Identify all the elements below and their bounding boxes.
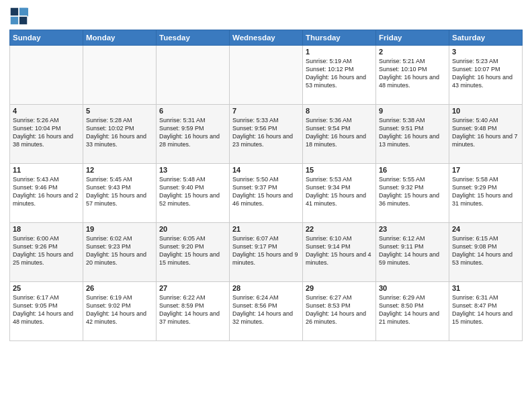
- day-info: Daylight: 16 hours and 48 minutes.: [379, 73, 446, 89]
- calendar-week-5: 25Sunrise: 6:17 AMSunset: 9:05 PMDayligh…: [10, 282, 523, 341]
- day-info: Sunrise: 5:38 AM: [379, 116, 446, 124]
- weekday-header-thursday: Thursday: [303, 30, 376, 46]
- day-number: 16: [379, 166, 446, 174]
- day-number: 13: [159, 166, 226, 174]
- day-info: Sunrise: 6:12 AM: [379, 234, 446, 242]
- day-number: 30: [379, 284, 446, 292]
- calendar-cell: [230, 46, 303, 105]
- day-info: Daylight: 16 hours and 33 minutes.: [86, 132, 153, 148]
- day-info: Sunset: 9:43 PM: [86, 183, 153, 191]
- day-number: 6: [159, 107, 226, 115]
- logo: [9, 7, 30, 26]
- svg-rect-0: [11, 8, 18, 15]
- day-info: Daylight: 15 hours and 4 minutes.: [306, 250, 373, 267]
- day-info: Sunset: 10:04 PM: [13, 124, 80, 132]
- weekday-header-friday: Friday: [376, 30, 449, 46]
- day-info: Sunset: 9:08 PM: [452, 242, 519, 250]
- day-info: Sunrise: 6:15 AM: [452, 234, 519, 242]
- day-info: Daylight: 14 hours and 21 minutes.: [379, 310, 446, 326]
- day-number: 7: [232, 107, 300, 115]
- day-info: Daylight: 16 hours and 53 minutes.: [306, 73, 373, 89]
- calendar-cell: 29Sunrise: 6:27 AMSunset: 8:53 PMDayligh…: [303, 282, 376, 341]
- day-info: Daylight: 14 hours and 53 minutes.: [452, 250, 519, 267]
- day-info: Sunrise: 5:48 AM: [159, 175, 226, 183]
- svg-rect-3: [19, 17, 27, 24]
- day-info: Sunset: 8:53 PM: [306, 302, 373, 310]
- day-number: 9: [379, 107, 446, 115]
- day-info: Sunset: 9:14 PM: [306, 242, 373, 250]
- calendar-week-1: 1Sunrise: 5:19 AMSunset: 10:12 PMDayligh…: [10, 46, 523, 105]
- day-info: Sunrise: 6:31 AM: [452, 293, 519, 302]
- calendar-cell: 31Sunrise: 6:31 AMSunset: 8:47 PMDayligh…: [449, 282, 523, 341]
- day-number: 21: [232, 225, 300, 233]
- day-info: Sunrise: 5:28 AM: [86, 116, 153, 124]
- day-number: 1: [306, 48, 373, 56]
- day-number: 23: [379, 225, 446, 233]
- day-info: Sunset: 9:46 PM: [13, 183, 80, 191]
- day-info: Sunset: 9:34 PM: [306, 183, 373, 191]
- calendar-cell: 17Sunrise: 5:58 AMSunset: 9:29 PMDayligh…: [449, 164, 523, 223]
- weekday-header-wednesday: Wednesday: [230, 30, 303, 46]
- day-info: Sunrise: 5:23 AM: [452, 57, 519, 65]
- calendar-cell: 7Sunrise: 5:33 AMSunset: 9:56 PMDaylight…: [230, 105, 303, 164]
- day-info: Daylight: 16 hours and 13 minutes.: [379, 132, 446, 148]
- calendar-cell: 11Sunrise: 5:43 AMSunset: 9:46 PMDayligh…: [10, 164, 83, 223]
- calendar-cell: 10Sunrise: 5:40 AMSunset: 9:48 PMDayligh…: [449, 105, 523, 164]
- day-info: Sunrise: 5:45 AM: [86, 175, 153, 183]
- day-number: 3: [452, 48, 519, 56]
- day-info: Sunrise: 5:50 AM: [232, 175, 300, 183]
- day-info: Sunrise: 5:19 AM: [306, 57, 373, 65]
- day-number: 8: [306, 107, 373, 115]
- day-info: Daylight: 16 hours and 2 minutes.: [13, 191, 80, 208]
- day-info: Sunset: 9:29 PM: [452, 183, 519, 191]
- day-info: Sunset: 8:59 PM: [159, 302, 226, 310]
- day-info: Sunrise: 6:07 AM: [232, 234, 300, 242]
- day-info: Daylight: 16 hours and 28 minutes.: [159, 132, 226, 148]
- calendar-cell: 6Sunrise: 5:31 AMSunset: 9:59 PMDaylight…: [157, 105, 230, 164]
- calendar-cell: 15Sunrise: 5:53 AMSunset: 9:34 PMDayligh…: [303, 164, 376, 223]
- calendar-cell: 27Sunrise: 6:22 AMSunset: 8:59 PMDayligh…: [157, 282, 230, 341]
- day-number: 15: [306, 166, 373, 174]
- day-number: 12: [86, 166, 153, 174]
- day-info: Sunset: 8:50 PM: [379, 302, 446, 310]
- day-info: Sunset: 9:02 PM: [86, 302, 153, 310]
- day-info: Daylight: 15 hours and 9 minutes.: [232, 250, 300, 267]
- day-number: 24: [452, 225, 519, 233]
- day-number: 22: [306, 225, 373, 233]
- day-number: 29: [306, 284, 373, 292]
- calendar-cell: 5Sunrise: 5:28 AMSunset: 10:02 PMDayligh…: [83, 105, 157, 164]
- day-info: Sunrise: 6:27 AM: [306, 293, 373, 302]
- day-info: Daylight: 14 hours and 59 minutes.: [379, 250, 446, 267]
- calendar-cell: 18Sunrise: 6:00 AMSunset: 9:26 PMDayligh…: [10, 223, 83, 282]
- day-info: Daylight: 16 hours and 43 minutes.: [452, 73, 519, 89]
- calendar-body: 1Sunrise: 5:19 AMSunset: 10:12 PMDayligh…: [10, 46, 523, 341]
- day-info: Sunset: 9:59 PM: [159, 124, 226, 132]
- day-info: Sunset: 9:54 PM: [306, 124, 373, 132]
- day-info: Sunrise: 5:53 AM: [306, 175, 373, 183]
- day-info: Sunrise: 5:21 AM: [379, 57, 446, 65]
- day-info: Sunset: 9:23 PM: [86, 242, 153, 250]
- calendar-cell: 8Sunrise: 5:36 AMSunset: 9:54 PMDaylight…: [303, 105, 376, 164]
- calendar-cell: 3Sunrise: 5:23 AMSunset: 10:07 PMDayligh…: [449, 46, 523, 105]
- calendar-cell: 25Sunrise: 6:17 AMSunset: 9:05 PMDayligh…: [10, 282, 83, 341]
- day-info: Daylight: 15 hours and 52 minutes.: [159, 191, 226, 208]
- day-info: Sunset: 10:10 PM: [379, 65, 446, 73]
- day-info: Sunset: 10:02 PM: [86, 124, 153, 132]
- day-info: Daylight: 16 hours and 23 minutes.: [232, 132, 300, 148]
- day-number: 4: [13, 107, 80, 115]
- day-number: 27: [159, 284, 226, 292]
- day-number: 14: [232, 166, 300, 174]
- calendar-cell: 16Sunrise: 5:55 AMSunset: 9:32 PMDayligh…: [376, 164, 449, 223]
- day-info: Sunrise: 6:02 AM: [86, 234, 153, 242]
- day-info: Sunset: 9:48 PM: [452, 124, 519, 132]
- day-info: Sunrise: 5:55 AM: [379, 175, 446, 183]
- day-number: 10: [452, 107, 519, 115]
- header: [9, 7, 523, 26]
- day-number: 19: [86, 225, 153, 233]
- day-info: Sunset: 9:26 PM: [13, 242, 80, 250]
- day-info: Sunset: 8:47 PM: [452, 302, 519, 310]
- day-number: 20: [159, 225, 226, 233]
- day-info: Daylight: 15 hours and 46 minutes.: [232, 191, 300, 208]
- day-info: Daylight: 14 hours and 37 minutes.: [159, 310, 226, 326]
- logo-icon: [9, 7, 28, 26]
